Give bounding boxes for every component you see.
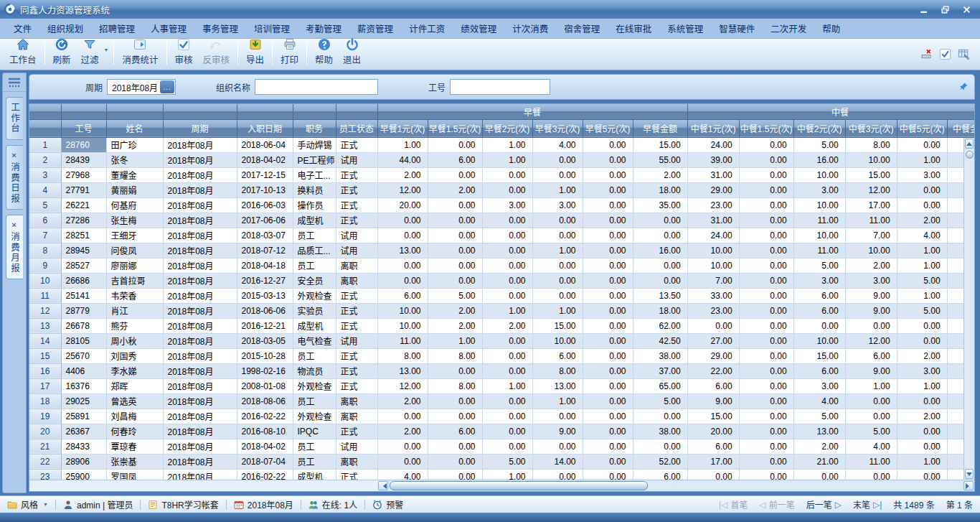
restore-button[interactable] <box>936 3 954 16</box>
menu-item-15[interactable]: 智慧硬件 <box>711 19 763 38</box>
table-row[interactable]: 1829025曾选英2018年08月2018-08-06员工离职2.000.00… <box>29 393 975 409</box>
menu-item-11[interactable]: 计次消费 <box>504 19 556 38</box>
column-header-7[interactable]: 早餐1元(次) <box>377 119 428 137</box>
column-header-10[interactable]: 早餐3元(次) <box>532 119 583 137</box>
filter-button[interactable]: 过滤 <box>76 36 104 67</box>
table-row[interactable]: 228439张冬2018年08月2018-04-02PE工程师试用44.006.… <box>29 152 975 167</box>
column-header-14[interactable]: 中餐1.5元(次) <box>739 119 793 137</box>
column-header-5[interactable]: 职务 <box>293 119 336 137</box>
help-button[interactable]: 帮助 <box>310 36 338 67</box>
menu-item-5[interactable]: 事务管理 <box>194 19 246 38</box>
delete-row-icon[interactable] <box>920 48 933 60</box>
workbench-button[interactable]: 工作台 <box>4 36 42 67</box>
menu-item-8[interactable]: 薪资管理 <box>349 19 401 38</box>
minimize-button[interactable] <box>914 3 933 16</box>
table-row[interactable]: 1125141韦荣香2018年08月2015-03-13外观检查正式6.005.… <box>29 288 975 303</box>
menu-item-16[interactable]: 二次开发 <box>763 19 814 38</box>
sidebar-tab-1[interactable]: 工作台 <box>6 97 23 140</box>
table-row[interactable]: 828945问俊凤2018年08月2018-07-12品质工...试用13.00… <box>29 243 975 258</box>
table-row[interactable]: 2026367何春玲2018年08月2016-08-10IPQC正式2.006.… <box>29 424 975 439</box>
column-header-1[interactable]: 工号 <box>61 119 106 137</box>
status-online[interactable]: 在线: 1人 <box>308 498 357 511</box>
menu-item-13[interactable]: 在线审批 <box>608 19 659 38</box>
tab-close-icon[interactable]: × <box>11 220 17 229</box>
vertical-scroll-thumb[interactable] <box>966 151 974 159</box>
scroll-left-button[interactable] <box>378 481 388 490</box>
table-row[interactable]: 128760田广珍2018年08月2018-06-04手动焊锡正式1.000.0… <box>29 137 975 152</box>
status-alert[interactable]: 预警 <box>372 498 403 511</box>
org-name-input[interactable] <box>255 79 378 95</box>
column-header-16[interactable]: 中餐3元(次) <box>845 119 897 137</box>
sidebar-menu-button[interactable] <box>3 73 26 92</box>
column-header-2[interactable]: 姓名 <box>106 119 163 137</box>
column-header-17[interactable]: 中餐5元(次) <box>897 119 947 137</box>
table-row[interactable]: 1326678熊芬2018年08月2016-12-21成型机正式10.002.0… <box>29 318 975 333</box>
status-account[interactable]: T8HR学习帐套 <box>148 498 218 511</box>
grid-settings-icon[interactable] <box>958 48 970 60</box>
column-header-11[interactable]: 早餐5元(次) <box>583 119 633 137</box>
tab-close-icon[interactable]: × <box>11 151 17 159</box>
menu-item-6[interactable]: 培训管理 <box>246 19 298 38</box>
table-row[interactable]: 1716376郑晖2018年08月2008-01-08外观检查正式12.008.… <box>29 378 975 393</box>
table-row[interactable]: 728251王细牙2018年08月2018-03-07员工试用0.000.000… <box>29 228 975 243</box>
table-row[interactable]: 427791黄丽娟2018年08月2017-10-13换料员正式12.002.0… <box>29 182 975 197</box>
scroll-down-button[interactable] <box>965 469 974 479</box>
status-user[interactable]: admin | 管理员 <box>63 498 133 511</box>
column-header-4[interactable]: 入职日期 <box>237 119 293 137</box>
column-header-9[interactable]: 早餐2元(次) <box>482 119 532 137</box>
column-header-15[interactable]: 中餐2元(次) <box>793 119 845 137</box>
sidebar-tab-2[interactable]: ×消费日报 <box>6 145 23 210</box>
menu-item-9[interactable]: 计件工资 <box>401 19 453 38</box>
column-header-18[interactable]: 中餐金额 <box>947 119 975 137</box>
table-row[interactable]: 2128433覃琼春2018年08月2018-04-02员工试用0.000.00… <box>29 439 975 454</box>
last-record-button[interactable]: 末笔▷| <box>853 498 882 511</box>
export-button[interactable]: 导出 <box>241 36 269 67</box>
approve-button[interactable]: 审核 <box>170 36 198 67</box>
menu-item-2[interactable]: 组织规划 <box>39 19 91 38</box>
period-field[interactable]: 2018年08月 ... <box>107 79 176 95</box>
menu-item-4[interactable]: 人事管理 <box>143 19 194 38</box>
close-button[interactable] <box>957 3 976 16</box>
horizontal-scrollbar[interactable] <box>377 480 974 491</box>
table-row[interactable]: 1428105周小秋2018年08月2018-03-05电气检查试用11.001… <box>29 333 975 348</box>
table-row[interactable]: 1228779肖江2018年08月2018-06-06实验员正式10.002.0… <box>29 303 975 318</box>
filter-dropdown-arrow-icon[interactable]: ▼ <box>104 47 111 60</box>
menu-item-14[interactable]: 系统管理 <box>659 19 711 38</box>
status-style[interactable]: 风格▼ <box>7 498 48 511</box>
scroll-right-button[interactable] <box>963 481 974 490</box>
column-header-6[interactable]: 员工状态 <box>336 119 377 137</box>
next-record-button[interactable]: 后一笔▷ <box>806 498 842 511</box>
menu-item-12[interactable]: 宿舍管理 <box>556 19 608 38</box>
table-row[interactable]: 1525670刘国秀2018年08月2015-10-28员工正式8.008.00… <box>29 348 975 363</box>
menu-item-17[interactable]: 帮助 <box>814 19 848 38</box>
exit-button[interactable]: 退出 <box>338 36 366 67</box>
table-row[interactable]: 526221何基府2018年08月2016-06-03操作员正式20.000.0… <box>29 197 975 213</box>
table-row[interactable]: 327968董耀金2018年08月2017-12-15电子工...正式2.000… <box>29 167 975 182</box>
column-header-13[interactable]: 中餐1元(次) <box>687 119 739 137</box>
table-row[interactable]: 1925891刘昌梅2018年08月2016-02-22外观检查离职0.000.… <box>29 409 975 424</box>
horizontal-scroll-thumb[interactable] <box>390 481 648 490</box>
pin-icon[interactable] <box>958 82 969 92</box>
table-row[interactable]: 627286张生梅2018年08月2017-06-06成型机正式0.000.00… <box>29 213 975 228</box>
menu-item-3[interactable]: 招聘管理 <box>91 19 143 38</box>
refresh-button[interactable]: 刷新 <box>48 36 76 67</box>
column-header-3[interactable]: 周期 <box>163 119 237 137</box>
approve-check-icon[interactable] <box>939 48 951 60</box>
table-row[interactable]: 164406李水娣2018年08月1998-02-16物流员正式13.000.0… <box>29 363 975 378</box>
column-header-12[interactable]: 早餐金额 <box>633 119 687 137</box>
sidebar-tab-3[interactable]: ×消费月报 <box>6 215 23 279</box>
print-button[interactable]: 打印 <box>275 36 303 67</box>
emp-no-input[interactable] <box>450 79 550 95</box>
column-header-8[interactable]: 早餐1.5元(次) <box>428 119 482 137</box>
table-row[interactable]: 928527廖丽娜2018年08月2018-04-18员工离职0.000.000… <box>29 258 975 273</box>
status-period[interactable]: 2018年08月 <box>234 498 293 511</box>
period-picker-button[interactable]: ... <box>160 80 174 93</box>
menu-item-1[interactable]: 文件 <box>6 19 39 38</box>
table-row[interactable]: 2228906张崇基2018年08月2018-07-04员工离职0.000.00… <box>29 454 975 469</box>
menu-item-7[interactable]: 考勤管理 <box>298 19 349 38</box>
vertical-scrollbar[interactable] <box>963 138 974 480</box>
table-row[interactable]: 1026686吉首拉哥2018年08月2016-12-27安全员离职0.000.… <box>29 273 975 288</box>
menu-item-10[interactable]: 绩效管理 <box>453 19 504 38</box>
scroll-up-button[interactable] <box>965 139 974 149</box>
consume-stats-button[interactable]: 消费统计 <box>117 36 163 67</box>
